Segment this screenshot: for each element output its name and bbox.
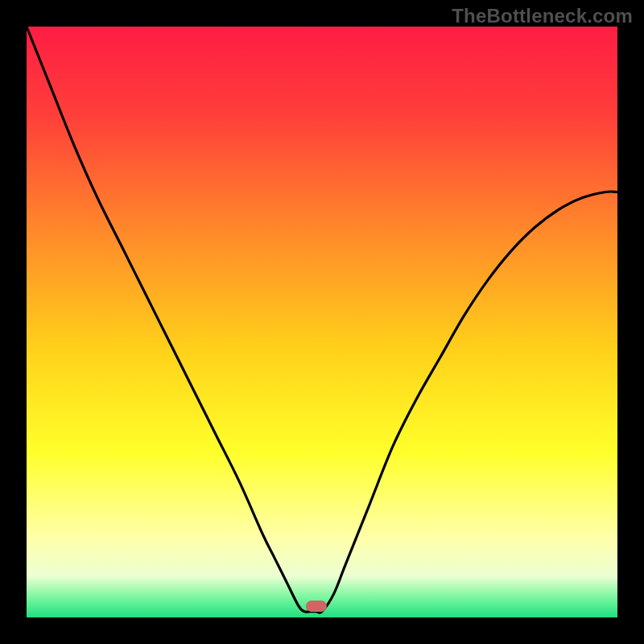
chart-frame: TheBottleneck.com [0, 0, 644, 644]
plot-area [27, 27, 617, 617]
watermark-text: TheBottleneck.com [452, 5, 633, 27]
bottleneck-curve [27, 27, 617, 617]
optimal-marker [306, 601, 327, 612]
